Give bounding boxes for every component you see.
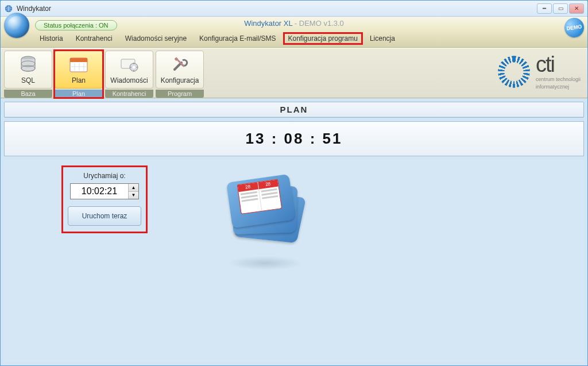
- panel-title: PLAN: [5, 102, 583, 117]
- ribbon-sql-button[interactable]: SQL: [4, 51, 52, 88]
- ribbon-wiadomosci-button[interactable]: Wiadomości: [105, 51, 153, 88]
- clock-display: 13 : 08 : 51: [4, 121, 584, 156]
- menu-licencja[interactable]: Licencja: [364, 32, 401, 45]
- brand-logo: cti centrum technologii informatycznej: [498, 52, 581, 92]
- database-icon: [18, 55, 38, 74]
- ribbon-group-label: Program: [156, 90, 204, 98]
- plan-graphic: 28 28: [222, 171, 308, 246]
- menu-wiadomosci-seryjne[interactable]: Wiadomości seryjne: [119, 32, 192, 45]
- logo-swirl-icon: [498, 56, 530, 88]
- time-spinner[interactable]: ▲ ▼: [128, 184, 138, 199]
- calendar-graphic-icon: 28 28: [237, 179, 283, 214]
- menu-kontrahenci[interactable]: Kontrahenci: [70, 32, 118, 45]
- spin-up-icon[interactable]: ▲: [129, 184, 138, 192]
- run-now-button[interactable]: Uruchom teraz: [68, 206, 141, 226]
- ribbon-group-plan: Plan Plan: [55, 51, 103, 98]
- minimize-button[interactable]: ━: [537, 3, 552, 14]
- launch-time-input[interactable]: 10:02:21 ▲ ▼: [70, 183, 139, 199]
- connection-status: Status połączenia : ON: [35, 20, 117, 30]
- menu-konfiguracja-programu[interactable]: Konfiguracja programu: [283, 32, 363, 45]
- menu-bar: Historia Kontrahenci Wiadomości seryjne …: [1, 32, 587, 45]
- logo-text-big: cti: [536, 53, 581, 75]
- ribbon-group-label: Baza: [4, 90, 52, 98]
- ribbon: SQL Baza Plan Plan: [1, 48, 587, 98]
- launch-time-value: 10:02:21: [71, 184, 128, 199]
- spin-down-icon[interactable]: ▼: [129, 192, 138, 199]
- app-window: Windykator ━ ▭ ✕ Status połączenia : ON …: [0, 0, 588, 366]
- svg-rect-5: [70, 58, 87, 62]
- titlebar: Windykator ━ ▭ ✕: [1, 1, 587, 17]
- svg-point-12: [133, 66, 136, 69]
- ribbon-group-label: Kontrahenci: [105, 90, 153, 98]
- tools-icon: [170, 55, 189, 74]
- globe-icon: [4, 13, 29, 38]
- ribbon-group-label: Plan: [55, 90, 103, 98]
- logo-text-line1: centrum technologii: [536, 76, 581, 83]
- ribbon-group-baza: SQL Baza: [4, 51, 52, 98]
- logo-text-line2: informatycznej: [536, 84, 581, 90]
- ribbon-btn-label: Wiadomości: [110, 76, 148, 84]
- maximize-button[interactable]: ▭: [553, 3, 568, 14]
- content-area: PLAN 13 : 08 : 51 Urychamiaj o: 10:02:21…: [1, 98, 587, 365]
- ribbon-plan-button[interactable]: Plan: [55, 51, 103, 88]
- calendar-icon: [69, 55, 88, 74]
- header: Status połączenia : ON Windykator XL - D…: [1, 17, 587, 48]
- ribbon-btn-label: Konfiguracja: [161, 76, 199, 84]
- app-icon: [4, 4, 13, 13]
- menu-konfiguracja-email-sms[interactable]: Konfiguracja E-mail/SMS: [194, 32, 281, 45]
- ribbon-konfiguracja-button[interactable]: Konfiguracja: [156, 51, 204, 88]
- launch-label: Urychamiaj o:: [68, 172, 141, 180]
- plan-body: Urychamiaj o: 10:02:21 ▲ ▼ Uruchom teraz…: [4, 160, 584, 362]
- ribbon-btn-label: SQL: [21, 76, 35, 84]
- launch-box: Urychamiaj o: 10:02:21 ▲ ▼ Uruchom teraz: [61, 165, 148, 233]
- plan-panel: PLAN: [4, 102, 584, 118]
- ribbon-group-program: Konfiguracja Program: [156, 51, 204, 98]
- message-settings-icon: [119, 55, 139, 74]
- window-title: Windykator: [17, 5, 51, 13]
- ribbon-group-kontrahenci: Wiadomości Kontrahenci: [105, 51, 153, 98]
- ribbon-btn-label: Plan: [72, 76, 86, 84]
- menu-historia[interactable]: Historia: [34, 32, 69, 45]
- close-button[interactable]: ✕: [569, 3, 584, 14]
